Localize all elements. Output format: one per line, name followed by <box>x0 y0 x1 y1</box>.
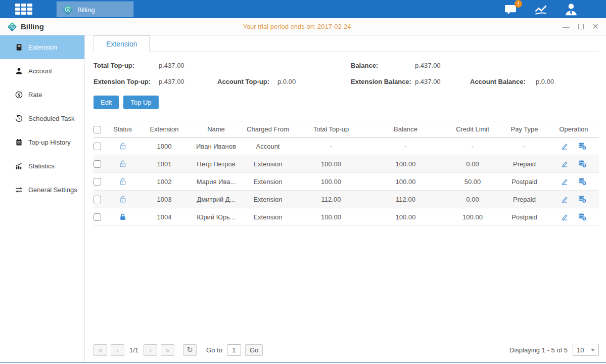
cell-total-topup: 100.00 <box>296 155 366 173</box>
goto-label: Go to <box>206 346 222 354</box>
sidebar-item-label: Statistics <box>28 162 55 170</box>
cell-extension: 1002 <box>136 173 192 191</box>
window-title-bar: $ Billing Your trial period ends on: 201… <box>0 18 606 35</box>
page-size-select[interactable]: 10 <box>573 344 599 356</box>
edit-extension-icon[interactable] <box>561 195 569 203</box>
sidebar-item-statistics[interactable]: Statistics <box>0 154 84 178</box>
page-indicator: 1/1 <box>129 346 138 354</box>
balance-value: p.437.00 <box>415 62 441 69</box>
row-checkbox[interactable] <box>94 160 101 168</box>
extension-icon <box>15 43 23 51</box>
column-header-credit-limit: Credit Limit <box>445 121 500 138</box>
sidebar: Extension Account $ Rate <box>0 35 85 362</box>
table-row[interactable]: 1003 Дмитрий Д... Extension 112.00 112.0… <box>94 191 599 208</box>
chevron-down-icon <box>591 349 595 351</box>
sidebar-item-extension[interactable]: Extension <box>0 35 84 59</box>
account-topup-value: p.0.00 <box>277 78 296 85</box>
topup-extension-icon[interactable]: $ <box>578 160 587 168</box>
go-button[interactable]: Go <box>245 344 263 356</box>
sidebar-item-account[interactable]: Account <box>0 59 84 83</box>
table-row[interactable]: 1004 Юрий Юрь... Extension 100.00 100.00… <box>94 208 599 226</box>
sidebar-item-general-settings[interactable]: General Settings <box>0 178 84 202</box>
cell-balance: 100.00 <box>366 208 445 226</box>
status-unlocked-icon <box>119 160 127 168</box>
apps-grid-icon[interactable] <box>15 4 37 15</box>
cell-pay-type: - <box>500 138 548 155</box>
cell-extension: 1000 <box>136 138 192 155</box>
refresh-icon[interactable]: ↻ <box>183 344 197 356</box>
maximize-button[interactable] <box>578 24 584 29</box>
edit-extension-icon[interactable] <box>561 160 569 168</box>
column-header-name: Name <box>192 121 240 138</box>
account-icon <box>15 67 23 75</box>
chat-icon[interactable]: ! <box>502 3 519 16</box>
cell-credit-limit: - <box>445 138 500 155</box>
sidebar-item-label: Account <box>28 67 52 75</box>
first-page-button[interactable]: « <box>94 344 107 356</box>
row-checkbox[interactable] <box>94 196 101 203</box>
topup-extension-icon[interactable]: $ <box>578 142 587 150</box>
cell-balance: 112.00 <box>366 191 445 208</box>
table-row[interactable]: 1002 Мария Ива... Extension 100.00 100.0… <box>94 173 599 191</box>
reports-chart-icon[interactable] <box>532 3 549 16</box>
sidebar-item-topup-history[interactable]: Top-up History <box>0 130 84 154</box>
cell-name: Юрий Юрь... <box>192 208 240 226</box>
topup-extension-icon[interactable]: $ <box>578 177 587 186</box>
user-account-icon[interactable] <box>563 3 580 16</box>
sidebar-item-label: Top-up History <box>28 139 71 146</box>
rate-icon: $ <box>15 91 23 99</box>
extension-topup-label: Extension Top-up: <box>94 78 159 85</box>
cell-pay-type: Postpaid <box>500 173 548 191</box>
total-topup-label: Total Top-up: <box>94 62 159 69</box>
tab-extension[interactable]: Extension <box>94 35 150 52</box>
billing-diamond-icon: $ <box>7 22 17 32</box>
cell-extension: 1001 <box>136 155 192 173</box>
status-locked-icon <box>119 213 127 221</box>
cell-name: Петр Петров <box>192 155 240 173</box>
taskbar-tab-billing[interactable]: $ Billing <box>57 2 133 17</box>
cell-credit-limit: 50.00 <box>445 173 500 191</box>
edit-extension-icon[interactable] <box>561 142 569 150</box>
displaying-range: Displaying 1 - 5 of 5 <box>509 346 568 354</box>
cell-total-topup: 100.00 <box>296 208 366 226</box>
edit-button[interactable]: Edit <box>94 96 119 109</box>
goto-page-input[interactable] <box>227 344 241 356</box>
edit-extension-icon[interactable] <box>561 213 569 221</box>
svg-text:$: $ <box>67 8 69 12</box>
column-header-operation: Operation <box>548 121 599 138</box>
topup-button[interactable]: Top Up <box>123 96 158 109</box>
cell-total-topup: 100.00 <box>296 173 366 191</box>
select-all-checkbox[interactable] <box>94 126 101 133</box>
table-row[interactable]: 1001 Петр Петров Extension 100.00 100.00… <box>94 155 599 173</box>
cell-balance: 100.00 <box>366 155 445 173</box>
notification-badge: ! <box>515 0 522 8</box>
extension-topup-value: p.437.00 <box>159 78 217 85</box>
topup-extension-icon[interactable]: $ <box>578 213 587 221</box>
page-size-value: 10 <box>577 346 584 354</box>
account-topup-label: Account Top-up: <box>217 78 277 85</box>
status-unlocked-icon <box>119 177 127 186</box>
general-settings-icon <box>15 186 23 194</box>
row-checkbox[interactable] <box>94 143 101 150</box>
edit-extension-icon[interactable] <box>561 177 569 186</box>
close-button[interactable]: ✕ <box>592 23 599 31</box>
extensions-table: Status Extension Name Charged From Total… <box>94 121 599 226</box>
cell-name: Иван Иванов <box>192 138 240 155</box>
cell-credit-limit: 0.00 <box>445 155 500 173</box>
cell-pay-type: Prepaid <box>500 191 548 208</box>
cell-balance: - <box>366 138 445 155</box>
account-balance-value: p.0.00 <box>536 78 554 85</box>
column-header-balance: Balance <box>366 121 445 138</box>
next-page-button[interactable]: › <box>144 344 157 356</box>
window-title: Billing <box>21 22 44 31</box>
sidebar-item-scheduled-task[interactable]: Scheduled Task <box>0 107 84 130</box>
row-checkbox[interactable] <box>94 213 101 221</box>
minimize-button[interactable]: — <box>563 23 570 30</box>
prev-page-button[interactable]: ‹ <box>111 344 124 356</box>
topup-extension-icon[interactable]: $ <box>578 195 587 203</box>
sidebar-item-rate[interactable]: $ Rate <box>0 83 84 107</box>
table-row[interactable]: 1000 Иван Иванов Account - - - - <box>94 138 599 155</box>
sidebar-item-label: General Settings <box>28 186 77 194</box>
last-page-button[interactable]: » <box>161 344 174 356</box>
row-checkbox[interactable] <box>94 178 101 186</box>
